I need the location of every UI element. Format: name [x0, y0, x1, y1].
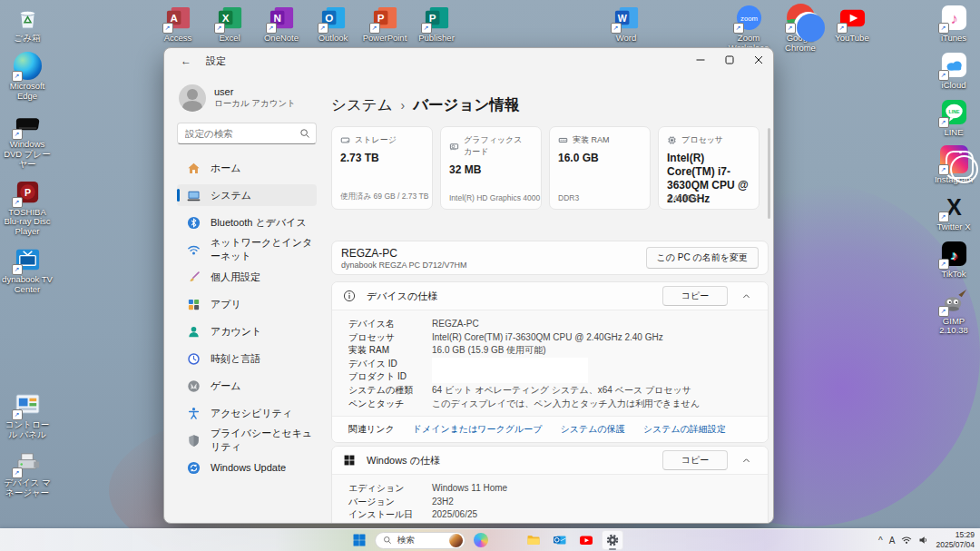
taskbar-app-button[interactable] — [470, 530, 492, 550]
desktop-icon[interactable]: LINE LINE — [928, 98, 979, 138]
spec-value: このディスプレイでは、ペン入力とタッチ入力は利用できません — [432, 398, 757, 411]
copy-button[interactable]: コピー — [662, 450, 728, 470]
spec-label: ペンとタッチ — [348, 398, 432, 411]
windows-spec-rows: エディション Windows 11 Home バージョン 23H2 インストール… — [332, 474, 768, 524]
taskbar-buttons — [470, 530, 623, 550]
clock[interactable]: 15:29 2025/07/04 — [936, 530, 975, 549]
spec-value: 16.0 GB (15.9 GB 使用可能) — [432, 344, 757, 358]
windows-spec-section: Windows の仕様 コピー エディション Windows 11 Home バ… — [331, 446, 769, 524]
scrollbar[interactable] — [768, 128, 770, 219]
desktop-icon[interactable]: GIMP 2.10.38 — [928, 287, 979, 337]
sidebar-item[interactable]: Windows Update — [177, 457, 317, 478]
storage-icon — [340, 135, 350, 145]
chevron-up-icon[interactable] — [733, 286, 759, 306]
close-button[interactable] — [744, 48, 773, 72]
maximize-button[interactable] — [715, 48, 744, 72]
desktop-icon[interactable]: N OneNote — [256, 4, 307, 54]
desktop-icon-label: dynabook TV Center — [2, 275, 53, 295]
sidebar-item[interactable]: プライバシーとセキュリティ — [177, 429, 317, 451]
desktop-icon[interactable]: W Word — [601, 4, 652, 54]
desktop-icon[interactable]: コントロール パネル — [2, 390, 53, 440]
desktop-icon[interactable]: dynabook TV Center — [2, 245, 53, 295]
desktop-icon[interactable]: ♪♪♪ TikTok — [928, 240, 979, 280]
sidebar-item[interactable]: アプリ — [177, 293, 317, 315]
related-link[interactable]: ドメインまたはワークグループ — [413, 423, 543, 436]
taskbar-app-button[interactable] — [549, 530, 571, 550]
hidden-icons-chevron[interactable]: ^ — [878, 536, 883, 546]
device-spec-header[interactable]: デバイスの仕様 コピー — [332, 282, 768, 310]
taskbar-app-button[interactable] — [602, 530, 623, 550]
desktop-icon[interactable]: zoom Zoom Workplace — [723, 4, 774, 54]
windows-spec-title: Windows の仕様 — [367, 454, 440, 467]
desktop-icon[interactable]: Google Chrome — [775, 4, 826, 54]
desktop-icon[interactable]: O Outlook — [308, 4, 358, 54]
start-button[interactable] — [348, 530, 370, 550]
breadcrumb-parent[interactable]: システム — [331, 95, 393, 115]
desktop-icon[interactable]: YouTube — [827, 4, 877, 54]
desktop-icon[interactable]: ♪ iTunes — [928, 4, 979, 44]
sidebar-item[interactable]: 個人用設定 — [177, 266, 317, 288]
taskbar-app-button[interactable] — [523, 530, 544, 550]
taskbar-app-button[interactable] — [575, 530, 597, 550]
sidebar-item[interactable]: アカウント — [177, 320, 317, 342]
icloud-icon — [940, 51, 968, 79]
desktop-icon-label: GIMP 2.10.38 — [928, 317, 979, 337]
sidebar-item[interactable]: ゲーム — [177, 375, 317, 397]
desktop-icon[interactable]: P Publisher — [411, 4, 462, 54]
desktop-icon[interactable]: iCloud — [928, 51, 979, 91]
spec-row: デバイス ID — [348, 358, 757, 371]
related-link[interactable]: システムの保護 — [561, 423, 625, 436]
desktop-icon-label: Publisher — [418, 34, 455, 44]
desktop-icon[interactable]: Windows DVD プレーヤー — [2, 110, 53, 170]
spec-value: Intel(R) Core(TM) i7-3630QM CPU @ 2.40GH… — [432, 331, 757, 345]
related-link[interactable]: システムの詳細設定 — [643, 423, 726, 436]
windows-spec-header[interactable]: Windows の仕様 コピー — [332, 447, 768, 474]
edge-icon — [14, 52, 42, 80]
sidebar-item[interactable]: Bluetooth とデバイス — [177, 212, 317, 233]
breadcrumb-separator-icon: › — [401, 98, 406, 113]
device-spec-title: デバイスの仕様 — [367, 290, 437, 303]
user-account[interactable]: user ローカル アカウント — [179, 84, 317, 112]
user-account-type: ローカル アカウント — [214, 98, 296, 110]
taskbar-search[interactable]: 検索 — [375, 532, 466, 549]
privacy-icon — [187, 434, 201, 448]
sidebar-item-label: アプリ — [211, 298, 241, 311]
desktop-icon[interactable]: Instagram — [928, 145, 979, 185]
settings-search-input[interactable] — [177, 123, 317, 144]
desktop-icon[interactable]: デバイス マネージャー — [2, 448, 53, 498]
desktop-icon[interactable]: P PowerPoint — [359, 4, 410, 54]
taskbar-app-button[interactable] — [496, 530, 518, 550]
desktop-icon[interactable]: X Excel — [204, 4, 255, 54]
rename-pc-button[interactable]: この PC の名前を変更 — [646, 247, 759, 269]
chrome-icon — [787, 4, 815, 32]
taskbar: 検索 ^ A 15:29 2025/07/04 — [0, 528, 980, 551]
card-footer: 2.40 GHz — [667, 193, 700, 202]
back-button[interactable]: ← — [175, 52, 197, 70]
control-panel-icon — [14, 390, 42, 418]
sidebar-item[interactable]: システム — [177, 184, 317, 206]
summary-card: グラフィックス カード 32 MB Intel(R) HD Graphics 4… — [440, 126, 542, 210]
spec-row: ペンとタッチ このディスプレイでは、ペン入力とタッチ入力は利用できません — [348, 398, 757, 411]
desktop-icon[interactable]: P TOSHIBA Blu-ray Disc Player — [2, 178, 53, 238]
sidebar-item[interactable]: ネットワークとインターネット — [177, 239, 317, 261]
card-footer: 使用済み 69 GB / 2.73 TB — [340, 192, 428, 202]
dvd-player-icon — [14, 110, 42, 138]
bing-daily-image[interactable] — [449, 534, 463, 547]
copy-button[interactable]: コピー — [662, 286, 728, 306]
sidebar-item[interactable]: アクセシビリティ — [177, 402, 317, 424]
youtube-icon — [838, 4, 867, 32]
wifi-icon[interactable] — [901, 535, 912, 546]
volume-icon[interactable] — [918, 535, 929, 546]
device-manager-icon — [14, 448, 42, 477]
ime-indicator[interactable]: A — [889, 536, 896, 546]
desktop-icon-label: iCloud — [942, 81, 966, 91]
desktop-icon[interactable]: Microsoft Edge — [2, 52, 53, 102]
minimize-button[interactable] — [686, 48, 715, 72]
chevron-up-icon[interactable] — [733, 450, 759, 470]
desktop-icon[interactable]: A Access — [152, 4, 203, 54]
sidebar-item[interactable]: 時刻と言語 — [177, 348, 317, 369]
desktop-icon[interactable]: ごみ箱 — [2, 4, 53, 44]
sidebar-item[interactable]: ホーム — [177, 157, 317, 179]
desktop-icon[interactable]: X Twitter X — [928, 192, 979, 232]
spec-value: Windows 11 Home — [432, 482, 757, 496]
